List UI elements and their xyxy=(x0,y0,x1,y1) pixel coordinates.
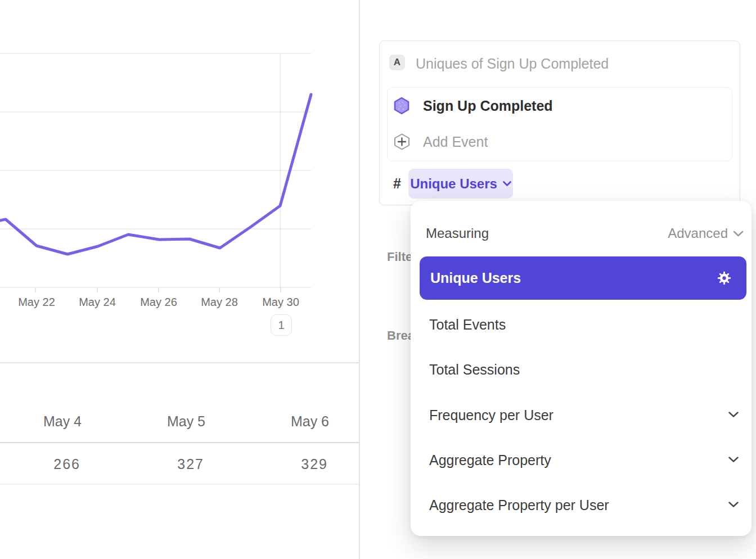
series-letter-badge: A xyxy=(389,55,405,70)
chevron-down-icon[interactable] xyxy=(728,456,739,463)
chevron-down-icon xyxy=(733,231,744,237)
menu-item-label: Unique Users xyxy=(430,270,521,286)
chart-axis-ticks xyxy=(35,287,281,292)
measurement-chip-label: Unique Users xyxy=(410,176,497,192)
chart-line xyxy=(0,94,311,254)
add-event-icon xyxy=(393,133,411,151)
insights-report: May 22 May 24 May 26 May 28 May 30 1 May… xyxy=(0,0,756,559)
menu-item-aggregate-property[interactable]: Aggregate Property xyxy=(429,452,551,468)
menu-item-total-events[interactable]: Total Events xyxy=(429,317,506,333)
line-chart xyxy=(0,0,359,295)
menu-item-total-sessions[interactable]: Total Sessions xyxy=(429,362,520,378)
measurement-chip[interactable]: Unique Users xyxy=(408,169,513,199)
hash-symbol: # xyxy=(393,175,401,192)
chevron-down-icon xyxy=(503,181,511,187)
table-value-cell: 329 xyxy=(248,456,328,472)
chevron-down-icon[interactable] xyxy=(728,411,739,418)
x-tick-label: May 24 xyxy=(79,296,116,309)
add-event-label: Add Event xyxy=(423,134,488,150)
add-event-button[interactable]: Add Event xyxy=(393,133,573,151)
section-divider xyxy=(0,362,359,363)
table-header-cell: May 5 xyxy=(124,413,205,430)
vertical-section-divider xyxy=(359,0,360,559)
gear-icon[interactable] xyxy=(717,271,732,286)
event-row[interactable]: Sign Up Completed xyxy=(394,97,574,115)
x-tick-label: May 22 xyxy=(18,296,55,309)
event-hexagon-icon xyxy=(394,97,410,115)
menu-item-aggregate-property-per-user[interactable]: Aggregate Property per User xyxy=(429,497,609,513)
measuring-dropdown-menu: Measuring Advanced Unique Users xyxy=(411,201,752,536)
table-header-cell: May 4 xyxy=(0,413,82,430)
chart-gridlines xyxy=(0,53,311,287)
metric-title: Uniques of Sign Up Completed xyxy=(416,56,609,72)
table-header-divider xyxy=(0,442,359,443)
measuring-mode-selector[interactable]: Advanced xyxy=(668,226,744,241)
measuring-mode-label: Advanced xyxy=(668,226,728,241)
table-value-cell: 266 xyxy=(0,456,80,472)
chevron-down-icon[interactable] xyxy=(728,501,739,508)
x-tick-label: May 26 xyxy=(140,296,177,309)
x-tick-label: May 30 xyxy=(262,296,299,309)
measuring-label: Measuring xyxy=(426,226,489,241)
table-row-divider xyxy=(0,484,359,485)
menu-item-frequency-per-user[interactable]: Frequency per User xyxy=(429,407,554,423)
menu-item-unique-users[interactable]: Unique Users xyxy=(420,256,746,300)
table-value-cell: 327 xyxy=(124,456,204,472)
event-name: Sign Up Completed xyxy=(423,98,553,114)
x-tick-label: May 28 xyxy=(201,296,238,309)
pagination-badge[interactable]: 1 xyxy=(271,314,292,336)
table-header-cell: May 6 xyxy=(248,413,329,430)
